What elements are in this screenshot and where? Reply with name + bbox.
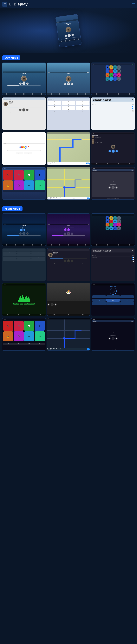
google-lucky-btn[interactable]: I'm Feeling Lucky [24,152,32,154]
night-bt-music-close[interactable]: ✕ [88,250,89,250]
night-app-1[interactable]: 📱 [106,216,109,220]
night-bt-settings[interactable]: Bluetooth_Settings ✕ Device name CarBT D… [91,248,135,281]
np-next[interactable]: ⏭ [116,186,118,189]
play-1[interactable]: ⏸ [22,82,26,85]
night-app-8[interactable]: BT [117,220,121,223]
night-key-4[interactable]: 4 [3,254,17,256]
night-app-wz[interactable]: W [24,331,34,341]
key-0[interactable]: 0 [62,108,75,110]
night-carplay-launcher[interactable]: 11:08 📞 🎵 💬 🎙 📻 🎧 W 🗺 [2,318,46,350]
night-sn-1[interactable]: ☎ [99,264,100,264]
key-4[interactable]: 4 [48,103,61,105]
night-bt-next[interactable]: ⏭ [71,260,73,262]
night-pw-toggle[interactable] [132,261,134,262]
prev-2[interactable]: ⏮ [64,83,66,85]
day-app-screen[interactable]: ◂ ▸BT 📱 🎵 🗺 ⚙ ✈ ▶ W BT [91,62,135,95]
arrow-ok[interactable]: OK [106,299,120,302]
arrow-tr[interactable] [120,296,134,298]
prev-button[interactable]: ⏮ [64,34,67,37]
night-app-12[interactable]: ◉ [117,223,121,226]
night-bt-play[interactable]: ⏸ [67,259,70,262]
food-prev[interactable]: ⏮ [48,304,50,306]
social-next[interactable]: ⏭ [116,150,118,152]
bt-nav-settings[interactable]: ⚙ [38,112,38,113]
app-icon-tg[interactable]: ✈ [106,70,109,73]
arrow-bl[interactable] [92,302,106,305]
night-app-13[interactable]: ◉ [106,226,109,230]
social-item-2[interactable]: 华乐_FAKE.mp3 [92,139,134,141]
nav-go[interactable]: GO [87,198,90,199]
night-next-2[interactable]: ⏭ [71,232,73,235]
carplay-nav[interactable]: 13:33 ↑ [47,167,90,200]
night-settings-close[interactable]: ✕ [132,250,134,252]
night-app-14[interactable]: ◉ [110,226,113,230]
night-app-4[interactable]: ⚙ [117,216,121,220]
key-3[interactable]: 3 [76,100,90,103]
app-icon-bt[interactable]: BT [117,70,121,73]
bt-nav-music[interactable]: ♫ [24,112,24,113]
key-8[interactable]: 8 [62,106,75,108]
food-play[interactable]: ⏸ [50,303,54,306]
play-2[interactable]: ⏸ [67,82,70,85]
key-1[interactable]: 1 [48,100,61,103]
night-key-0[interactable]: 0 [17,259,31,261]
app-podcast2[interactable]: 📻 [3,180,13,190]
night-play-2[interactable]: ⏸ [67,232,70,235]
go-button[interactable]: GO [86,162,90,164]
arrow-tl[interactable] [92,296,106,298]
night-app-mp[interactable]: 🗺 [35,331,44,341]
settings-nav-1[interactable]: ☎ [99,112,100,114]
bt-next[interactable]: ⏭ [26,109,28,111]
app-icon-4a[interactable]: ◉ [106,77,109,80]
call-nav-1[interactable]: ☎ [54,111,55,112]
night-call-nav-2[interactable]: ♫ [24,262,24,262]
app-messages[interactable]: 💬 [24,170,34,180]
arrow-up[interactable]: ▲ [106,296,120,298]
power-toggle[interactable] [132,110,134,112]
map-screen[interactable]: 13:20 ↑ [47,132,90,165]
key-2[interactable]: 2 [62,100,75,103]
call-nav-3[interactable]: ⚙ [82,111,83,112]
app-icon-3a[interactable]: ◉ [106,73,109,77]
bt-play[interactable]: ⏸ [22,108,26,112]
night-music-2[interactable]: 20:08▶ 20:08 a inspiring piece of music [47,214,90,246]
bt-music-close[interactable]: ✕ [44,98,44,100]
app-icon-settings[interactable]: ⚙ [117,66,121,69]
app-icon-4d[interactable]: ◉ [117,77,121,80]
auto-answer-toggle[interactable] [132,106,134,107]
app-icon-phone[interactable]: 📱 [106,66,109,69]
app-maps[interactable]: 🗺 [35,180,44,190]
social-item-3[interactable]: 华乐_好日子_ft.mp3 [92,142,134,144]
play-button[interactable]: ⏸ [68,34,71,37]
night-sn-2[interactable]: ♫ [113,264,114,264]
app-icon-3b[interactable]: ◉ [110,73,113,77]
social-prev[interactable]: ⏮ [108,150,111,152]
night-steer-screen[interactable]: 08:03 Steering Wheel ▲ ◄ OK [91,283,135,316]
key-7[interactable]: 7 [48,106,61,108]
app-icon-4c[interactable]: ◉ [113,77,117,80]
app-icon-3c[interactable]: ◉ [113,73,117,77]
call-nav-2[interactable]: ♫ [68,111,69,112]
night-app-3[interactable]: 🗺 [113,216,117,220]
night-app-music2[interactable]: 🎵 [14,321,24,331]
night-app-radio[interactable]: 📻 [3,331,13,341]
night-app-15[interactable]: ◉ [113,226,117,230]
prev-1[interactable]: ⏮ [19,82,22,85]
night-bt-prev[interactable]: ⏮ [64,260,66,262]
next-button[interactable]: ⏭ [71,34,74,36]
np-prev[interactable]: ⏮ [108,186,111,189]
arrow-right[interactable]: ► [120,299,134,302]
food-next[interactable]: ⏭ [54,304,57,306]
night-app-screen[interactable]: ◂ ▸BT 📱 🎵 🗺 ⚙ ✈ ▶ W BT [91,214,135,246]
night-key-5[interactable]: 5 [17,254,31,256]
night-key-7[interactable]: 7 [3,256,17,259]
carplay-launcher[interactable]: 18:54 📞 🎵 💬 🎙 📻 🎧 W 🗺 ◼ ● ● ● [2,167,46,200]
night-key-2[interactable]: 2 [17,252,31,254]
social-music-screen[interactable]: 12:50 SocialMusic 华乐_0108E.mp3 华乐_FAKE.m… [91,132,135,165]
arrow-left[interactable]: ◄ [92,299,106,302]
settings-close[interactable]: ✕ [132,98,134,101]
eq-btn-5[interactable]: BASS [28,303,30,305]
app-icon-waze[interactable]: W [113,70,117,73]
night-not-playing[interactable]: 08:03 10:18 ETA 9.0 mi ♪ Not Playing ⏮ [91,318,135,350]
social-item-1[interactable]: 华乐_0108E.mp3 [92,136,134,138]
